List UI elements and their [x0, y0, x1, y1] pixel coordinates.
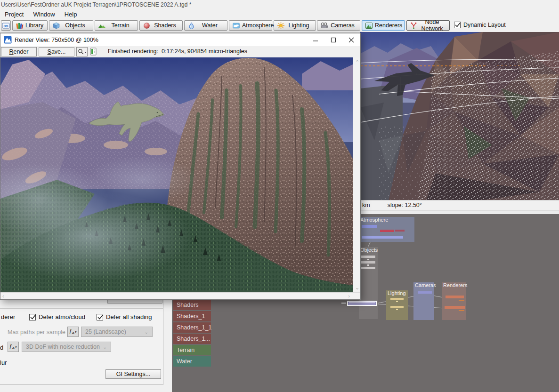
defer-all-checkbox[interactable]: [97, 314, 103, 320]
objects-node-1[interactable]: [361, 256, 375, 258]
terragen-window-icon: [4, 36, 12, 44]
render-view-toolbar: Render Save... ▾ Finished rendering: 0:1…: [0, 46, 360, 58]
renderers-node-1[interactable]: [446, 296, 464, 298]
render-view-titlebar[interactable]: Render View: 750x500 @ 100%: [0, 33, 360, 46]
scroll-right-icon[interactable]: ›: [348, 294, 350, 299]
atmosphere-node-wide[interactable]: [362, 236, 403, 239]
dynamic-layout-checkbox[interactable]: [454, 22, 461, 28]
toolbar-node-network-button[interactable]: Node Network: [406, 20, 450, 31]
water-drop-icon: [187, 22, 195, 30]
renderers-node-2[interactable]: [445, 306, 465, 309]
horizontal-scrollbar[interactable]: ‹ ›: [0, 292, 360, 299]
preview-status-slope: slope: 12.50°: [388, 202, 422, 208]
main-toolbar: 3D Library Objects Terrain Shader: [0, 20, 559, 32]
toolbar-shaders-label: Shaders: [151, 22, 179, 29]
lighting-node-2[interactable]: [390, 306, 404, 308]
node-group-cameras-label: Cameras: [415, 282, 436, 288]
library-books-icon: [16, 22, 24, 30]
toolbar-cameras-button[interactable]: Cameras: [317, 20, 360, 31]
node-group-lighting[interactable]: Lighting: [386, 290, 408, 320]
toolbar-library-label: Library: [24, 22, 45, 29]
node-list-item-terrain[interactable]: Terrain: [173, 345, 211, 355]
preview-3d-viewport[interactable]: [360, 32, 559, 200]
svg-text:3D: 3D: [3, 24, 8, 28]
defer-atmo-toggle[interactable]: Defer atmo/cloud: [29, 313, 85, 320]
selected-node[interactable]: [347, 301, 377, 306]
max-paths-dropdown[interactable]: 25 (Landscape) ⌄: [81, 327, 153, 337]
gi-settings-button[interactable]: GI Settings...: [105, 369, 161, 379]
dof-function-button[interactable]: ƒA▸: [8, 342, 19, 352]
max-paths-function-button[interactable]: ƒA▸: [67, 327, 79, 337]
view-3d-icon: 3D: [2, 22, 10, 30]
zoom-tool-button[interactable]: ▾: [76, 47, 88, 56]
render-log-icon[interactable]: [90, 48, 97, 56]
render-status-text: Finished rendering: 0:17:24s, 904854 mic…: [108, 48, 247, 55]
objects-node-port: [367, 264, 369, 266]
toolbar-node-network-label: Node Network: [418, 19, 446, 32]
toolbar-terrain-label: Terrain: [106, 22, 135, 29]
terrain-icon: [98, 22, 106, 30]
node-group-lighting-label: Lighting: [388, 290, 406, 296]
node-group-objects[interactable]: Objects: [359, 247, 378, 319]
menu-bar: Project Window Help: [0, 10, 81, 19]
render-button[interactable]: Render: [1, 47, 37, 56]
scroll-up-icon[interactable]: ⌃: [355, 60, 359, 65]
atmosphere-cloud-icon: [232, 22, 240, 30]
menu-help[interactable]: Help: [60, 10, 82, 19]
magnifier-icon: [78, 48, 84, 55]
renderers-node-label-marks: [459, 310, 464, 311]
save-button[interactable]: Save...: [39, 47, 74, 56]
preview-status-unit: km: [362, 202, 370, 208]
scroll-down-icon[interactable]: ⌄: [355, 285, 359, 290]
toolbar-lighting-button[interactable]: Lighting: [274, 20, 316, 31]
node-list-item-shaders[interactable]: Shaders: [173, 300, 211, 310]
defer-atmo-label: Defer atmo/cloud: [39, 313, 85, 320]
close-icon[interactable]: [342, 33, 360, 46]
node-list-item-water[interactable]: Water: [173, 356, 211, 367]
objects-node-3[interactable]: [361, 267, 375, 269]
toolbar-renderers-label: Renderers: [373, 22, 404, 29]
dynamic-layout-toggle[interactable]: Dynamic Layout: [454, 22, 506, 28]
atmosphere-node-blue[interactable]: [362, 225, 377, 228]
menu-project[interactable]: Project: [0, 10, 28, 19]
toolbar-library-button[interactable]: Library: [12, 20, 48, 31]
defer-atmo-checkbox[interactable]: [29, 314, 36, 320]
preview-status-bar: km slope: 12.50°: [360, 200, 559, 210]
rendered-image: [0, 57, 353, 293]
node-network-icon: [410, 22, 418, 30]
gi-settings-label: GI Settings...: [116, 371, 150, 377]
scroll-left-icon[interactable]: ‹: [2, 294, 4, 299]
lighting-sun-icon: [277, 22, 285, 30]
node-group-renderers[interactable]: Renderers: [442, 282, 466, 320]
node-list-item-shaders1[interactable]: Shaders_1: [173, 311, 211, 321]
cameras-node[interactable]: [418, 291, 432, 294]
node-group-cameras[interactable]: Cameras: [413, 282, 434, 320]
renderers-node-label-marks: [459, 300, 464, 301]
lighting-node-1[interactable]: [390, 298, 404, 300]
node-list-item-shaders11[interactable]: Shaders_1_1: [173, 322, 211, 333]
node-group-atmosphere[interactable]: Atmosphere: [359, 217, 414, 242]
menu-window[interactable]: Window: [28, 10, 59, 19]
lighting-node-port: [396, 309, 398, 310]
node-list-item-shaders1x[interactable]: Shaders_1...: [173, 334, 211, 344]
toolbar-water-button[interactable]: Water: [184, 20, 227, 31]
settings-separator: [0, 308, 163, 309]
toolbar-terrain-button[interactable]: Terrain: [95, 20, 138, 31]
dof-dropdown[interactable]: 3D DoF with noise reduction ⌄: [22, 342, 111, 352]
minimize-button[interactable]: [307, 33, 324, 46]
function-icon: ƒA: [9, 343, 15, 350]
atmosphere-node-red[interactable]: [380, 230, 394, 232]
partial-label-renderer: derer: [1, 313, 15, 320]
objects-node-2[interactable]: [361, 261, 375, 264]
renderers-image-icon: [365, 22, 373, 30]
node-group-objects-label: Objects: [360, 247, 378, 253]
toolbar-renderers-button[interactable]: Renderers: [362, 20, 405, 31]
toolbar-shaders-button[interactable]: Shaders: [139, 20, 183, 31]
vertical-scrollbar[interactable]: ⌃ ⌄: [353, 57, 360, 293]
toolbar-atmosphere-button[interactable]: Atmosphere: [229, 20, 272, 31]
maximize-button[interactable]: [324, 33, 342, 46]
toolbar-objects-button[interactable]: Objects: [49, 20, 93, 31]
partial-label-d: d: [0, 344, 3, 351]
defer-all-toggle[interactable]: Defer all shading: [97, 313, 152, 320]
view-3d-button[interactable]: 3D: [1, 20, 11, 31]
